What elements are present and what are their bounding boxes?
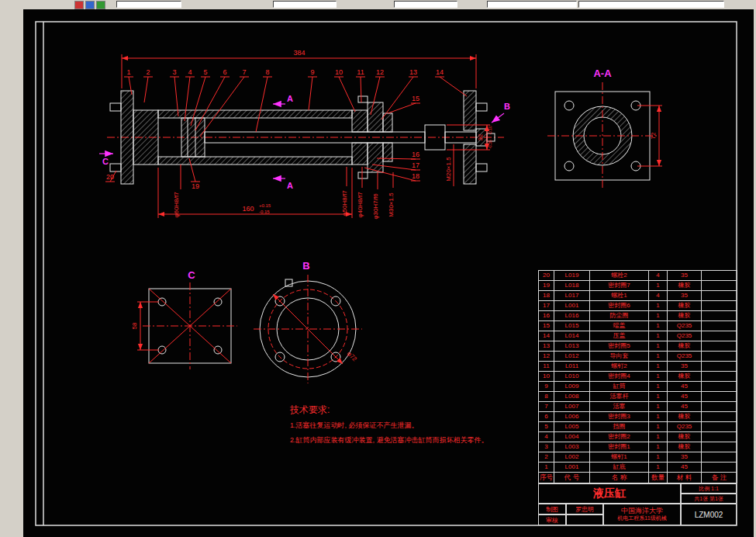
bom-row: 4 L004 密封圈2 1 橡胶 (539, 432, 737, 442)
bom-cell-name: 螺钉2 (590, 362, 649, 372)
bom-cell-no: 20 (539, 271, 554, 281)
bom-header-no: 序号 (539, 473, 554, 483)
bom-cell-code: L003 (554, 442, 590, 452)
bom-cell-material: Q235 (668, 422, 702, 432)
bom-cell-code: L005 (554, 422, 590, 432)
bom-row: 5 L005 挡圈 1 Q235 (539, 422, 737, 432)
bom-cell-name: 螺栓2 (590, 271, 649, 281)
checker-label: 审核 (538, 514, 566, 525)
bom-header-row: 序号 代 号 名 称 数量 材 料 备 注 (539, 473, 737, 483)
bom-cell-code: L009 (554, 382, 590, 392)
bom-cell-material: 橡胶 (668, 311, 702, 321)
bom-row: 20 L019 螺栓2 4 35 (539, 271, 737, 281)
checker-name (566, 514, 603, 525)
bom-cell-note (702, 402, 737, 412)
bom-row: 11 L011 螺钉2 1 35 (539, 362, 737, 372)
bom-cell-code: L013 (554, 341, 590, 352)
bom-cell-code: L001 (554, 463, 590, 473)
bom-cell-qty: 1 (649, 392, 668, 402)
bom-cell-no: 6 (539, 412, 554, 422)
bom-cell-note (702, 372, 737, 382)
bom-cell-name: 螺钉1 (590, 452, 649, 463)
bom-cell-material: 橡胶 (668, 281, 702, 291)
bom-row: 12 L012 导向套 1 Q235 (539, 352, 737, 362)
bom-cell-qty: 1 (649, 422, 668, 432)
toolbar-icon-3[interactable] (96, 1, 105, 9)
bom-cell-qty: 1 (649, 402, 668, 412)
bom-cell-no: 17 (539, 301, 554, 311)
bom-cell-note (702, 392, 737, 402)
bom-cell-note (702, 422, 737, 432)
bom-cell-code: L007 (554, 402, 590, 412)
bom-cell-no: 14 (539, 331, 554, 341)
bom-cell-note (702, 311, 737, 321)
bom-cell-qty: 1 (649, 432, 668, 442)
tech-title: 技术要求: (290, 404, 515, 417)
drawing-title: 液压缸 (538, 483, 681, 504)
bom-cell-name: 螺栓1 (590, 291, 649, 301)
bom-cell-material: 35 (668, 362, 702, 372)
toolbar-field-1[interactable] (116, 1, 181, 8)
bom-cell-note (702, 412, 737, 422)
bom-cell-name: 密封圈6 (590, 301, 649, 311)
organization-cell: 中国海洋大学 机电工程系11级机械 (603, 504, 681, 525)
bom-cell-no: 2 (539, 452, 554, 463)
bom-cell-no: 11 (539, 362, 554, 372)
bom-row: 8 L008 活塞杆 1 45 (539, 392, 737, 402)
bom-cell-qty: 1 (649, 311, 668, 321)
bom-cell-note (702, 321, 737, 331)
tech-line-2: 2.缸筒内部应装有缓冲装置, 避免活塞冲击缸筒而损坏相关零件。 (290, 435, 515, 445)
bom-cell-material: Q235 (668, 331, 702, 341)
drawer-label: 制图 (538, 504, 566, 514)
bom-cell-no: 15 (539, 321, 554, 331)
bom-cell-name: 密封圈3 (590, 412, 649, 422)
title-block: 液压缸 比例 1:1 共1张 第1张 制图 罗忠明 审核 中国海洋大学 机电工程… (538, 483, 737, 525)
bom-cell-name: 活塞杆 (590, 392, 649, 402)
bom-cell-note (702, 352, 737, 362)
bom-cell-name: 防尘圈 (590, 311, 649, 321)
bom-cell-qty: 1 (649, 301, 668, 311)
bom-row: 9 L009 缸筒 1 45 (539, 382, 737, 392)
bom-cell-material: 45 (668, 402, 702, 412)
sheet-cell: 共1张 第1张 (681, 494, 737, 504)
toolbar-icon-2[interactable] (85, 1, 95, 9)
bom-cell-no: 10 (539, 372, 554, 382)
bom-cell-qty: 1 (649, 281, 668, 291)
toolbar-field-2[interactable] (273, 1, 337, 8)
bom-cell-name: 密封圈4 (590, 372, 649, 382)
bom-cell-qty: 1 (649, 412, 668, 422)
scale-cell: 比例 1:1 (681, 483, 737, 494)
bom-header-material: 材 料 (668, 473, 702, 483)
bom-cell-note (702, 432, 737, 442)
toolbar-field-5[interactable] (578, 1, 724, 8)
bom-cell-code: L018 (554, 281, 590, 291)
bom-cell-name: 缸底 (590, 463, 649, 473)
bom-cell-code: L011 (554, 362, 590, 372)
bom-cell-note (702, 442, 737, 452)
bom-cell-qty: 1 (649, 331, 668, 341)
bom-cell-note (702, 281, 737, 291)
bom-cell-material: 橡胶 (668, 442, 702, 452)
bom-row: 19 L018 密封圈7 1 橡胶 (539, 281, 737, 291)
bom-row: 17 L001 密封圈6 1 橡胶 (539, 301, 737, 311)
bom-cell-code: L006 (554, 412, 590, 422)
bom-cell-qty: 1 (649, 321, 668, 331)
bom-cell-qty: 1 (649, 382, 668, 392)
bom-cell-note (702, 301, 737, 311)
bom-row: 15 L015 端盖 1 Q235 (539, 321, 737, 331)
bom-cell-code: L004 (554, 432, 590, 442)
toolbar-field-3[interactable] (394, 1, 457, 8)
toolbar-field-4[interactable] (487, 1, 577, 8)
bom-cell-name: 挡圈 (590, 422, 649, 432)
bom-header-name: 名 称 (590, 473, 649, 483)
bom-cell-qty: 1 (649, 372, 668, 382)
bom-cell-note (702, 463, 737, 473)
parts-list: 20 L019 螺栓2 4 35 19 L018 密封圈7 1 橡胶 (538, 270, 737, 483)
bom-cell-no: 19 (539, 281, 554, 291)
bom-cell-note (702, 271, 737, 281)
bom-cell-no: 9 (539, 382, 554, 392)
toolbar-icon-1[interactable] (74, 1, 84, 9)
bom-cell-no: 12 (539, 352, 554, 362)
bom-cell-note (702, 452, 737, 463)
bom-cell-no: 13 (539, 341, 554, 352)
